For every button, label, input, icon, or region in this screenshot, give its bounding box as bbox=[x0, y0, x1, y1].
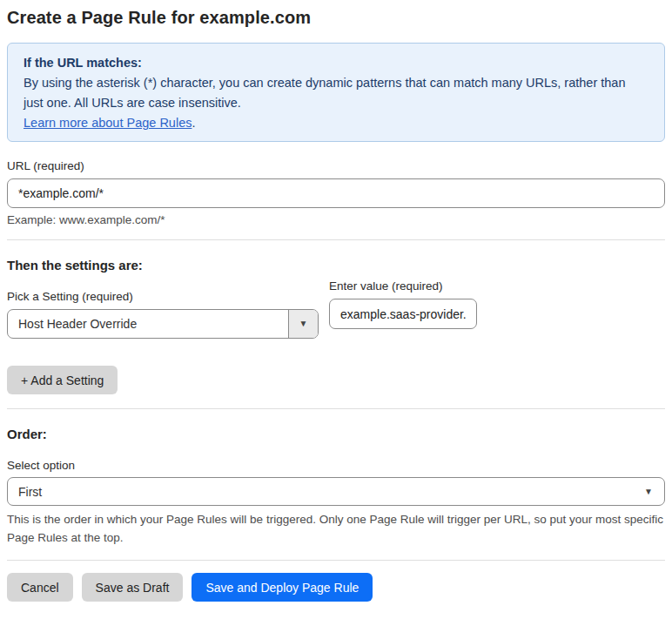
order-select-label: Select option bbox=[7, 459, 665, 472]
info-box-link-line: Learn more about Page Rules. bbox=[24, 113, 648, 133]
chevron-down-icon: ▼ bbox=[299, 320, 308, 328]
add-setting-button[interactable]: + Add a Setting bbox=[7, 366, 118, 394]
settings-row: Pick a Setting (required) Host Header Ov… bbox=[7, 272, 665, 339]
url-matches-info-box: If the URL matches: By using the asteris… bbox=[7, 43, 665, 142]
url-label: URL (required) bbox=[7, 159, 665, 172]
setting-value-input[interactable] bbox=[329, 299, 477, 329]
page-rule-form: Create a Page Rule for example.com If th… bbox=[0, 8, 672, 602]
pick-setting-label: Pick a Setting (required) bbox=[7, 290, 319, 303]
learn-more-link[interactable]: Learn more about Page Rules bbox=[24, 116, 192, 130]
order-selected-value: First bbox=[18, 485, 644, 499]
dropdown-arrow-button[interactable]: ▼ bbox=[288, 310, 318, 338]
save-and-deploy-button[interactable]: Save and Deploy Page Rule bbox=[192, 573, 373, 602]
order-select[interactable]: First ▼ bbox=[7, 477, 665, 506]
footer-actions: Cancel Save as Draft Save and Deploy Pag… bbox=[7, 573, 665, 602]
save-as-draft-button[interactable]: Save as Draft bbox=[82, 573, 184, 602]
info-box-heading: If the URL matches: bbox=[24, 53, 648, 73]
enter-value-label: Enter value (required) bbox=[329, 279, 477, 293]
pick-setting-selected-value: Host Header Override bbox=[8, 310, 288, 338]
enter-value-column: Enter value (required) bbox=[329, 279, 477, 329]
url-input[interactable] bbox=[7, 178, 665, 208]
page-title: Create a Page Rule for example.com bbox=[7, 8, 665, 28]
pick-setting-select[interactable]: Host Header Override ▼ bbox=[7, 309, 319, 339]
divider bbox=[7, 408, 665, 409]
divider bbox=[7, 239, 665, 240]
order-section-heading: Order: bbox=[7, 427, 665, 441]
settings-section-heading: Then the settings are: bbox=[7, 258, 665, 272]
pick-setting-column: Pick a Setting (required) Host Header Ov… bbox=[7, 272, 319, 339]
chevron-down-icon: ▼ bbox=[644, 488, 653, 496]
divider bbox=[7, 560, 665, 561]
info-box-body: By using the asterisk (*) character, you… bbox=[24, 73, 648, 113]
cancel-button[interactable]: Cancel bbox=[7, 573, 73, 602]
link-suffix: . bbox=[192, 116, 195, 130]
order-help-text: This is the order in which your Page Rul… bbox=[7, 510, 665, 547]
url-example-help: Example: www.example.com/* bbox=[7, 213, 665, 226]
